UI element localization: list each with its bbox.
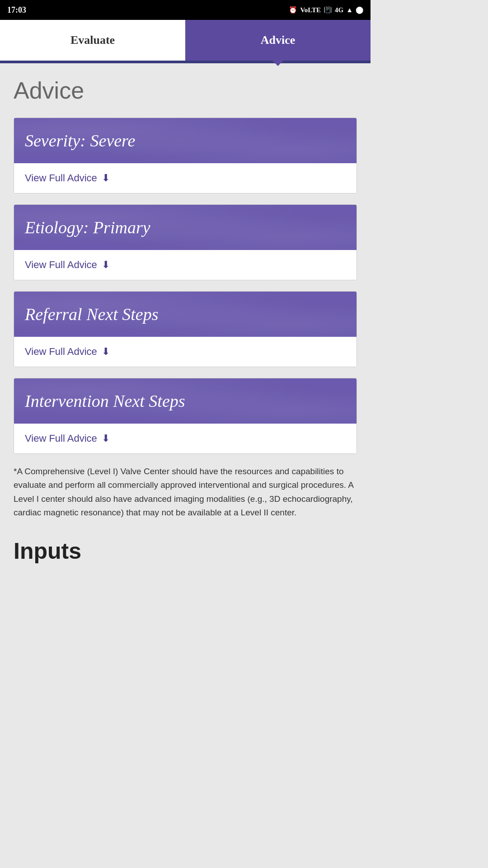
inputs-title: Inputs xyxy=(14,538,357,564)
battery-icon: ⬤ xyxy=(356,6,363,14)
card-severity-title: Severity: Severe xyxy=(25,131,135,150)
chevron-down-icon: ⬇ xyxy=(102,259,110,271)
card-etiology-action-label: View Full Advice xyxy=(25,259,97,271)
footnote-text: *A Comprehensive (Level I) Valve Center … xyxy=(14,465,357,520)
card-referral-title: Referral Next Steps xyxy=(25,305,158,324)
chevron-down-icon: ⬇ xyxy=(102,172,110,184)
card-severity-action-label: View Full Advice xyxy=(25,172,97,184)
card-etiology-action[interactable]: View Full Advice ⬇ xyxy=(14,250,357,280)
clock-icon: ⏰ xyxy=(289,6,297,14)
card-etiology-header: Etiology: Primary xyxy=(14,205,357,250)
card-severity: Severity: Severe View Full Advice ⬇ xyxy=(14,118,357,193)
volte-icon: VoLTE xyxy=(300,6,321,14)
card-intervention-action-label: View Full Advice xyxy=(25,433,97,444)
tab-bar: Evaluate Advice xyxy=(0,20,371,61)
card-intervention-header: Intervention Next Steps xyxy=(14,378,357,424)
chevron-down-icon: ⬇ xyxy=(102,346,110,358)
card-etiology-title: Etiology: Primary xyxy=(25,218,150,237)
card-intervention: Intervention Next Steps View Full Advice… xyxy=(14,378,357,454)
signal-strength-icon: ▲ xyxy=(346,6,353,14)
time-display: 17:03 xyxy=(7,5,26,15)
signal-4g-icon: 4G xyxy=(335,6,343,14)
main-content: Advice Severity: Severe View Full Advice… xyxy=(0,63,371,582)
card-severity-action[interactable]: View Full Advice ⬇ xyxy=(14,163,357,193)
status-bar: 17:03 ⏰ VoLTE 📳 4G ▲ ⬤ xyxy=(0,0,371,20)
card-referral-action[interactable]: View Full Advice ⬇ xyxy=(14,337,357,367)
card-referral-action-label: View Full Advice xyxy=(25,346,97,358)
card-intervention-title: Intervention Next Steps xyxy=(25,392,185,410)
card-intervention-action[interactable]: View Full Advice ⬇ xyxy=(14,424,357,453)
card-referral: Referral Next Steps View Full Advice ⬇ xyxy=(14,291,357,367)
card-referral-header: Referral Next Steps xyxy=(14,292,357,337)
page-title: Advice xyxy=(14,77,357,104)
tab-advice[interactable]: Advice xyxy=(185,20,371,61)
card-severity-header: Severity: Severe xyxy=(14,118,357,163)
status-icons: ⏰ VoLTE 📳 4G ▲ ⬤ xyxy=(289,6,363,14)
vibrate-icon: 📳 xyxy=(324,6,332,14)
chevron-down-icon: ⬇ xyxy=(102,433,110,444)
tab-evaluate[interactable]: Evaluate xyxy=(0,20,185,61)
card-etiology: Etiology: Primary View Full Advice ⬇ xyxy=(14,204,357,280)
